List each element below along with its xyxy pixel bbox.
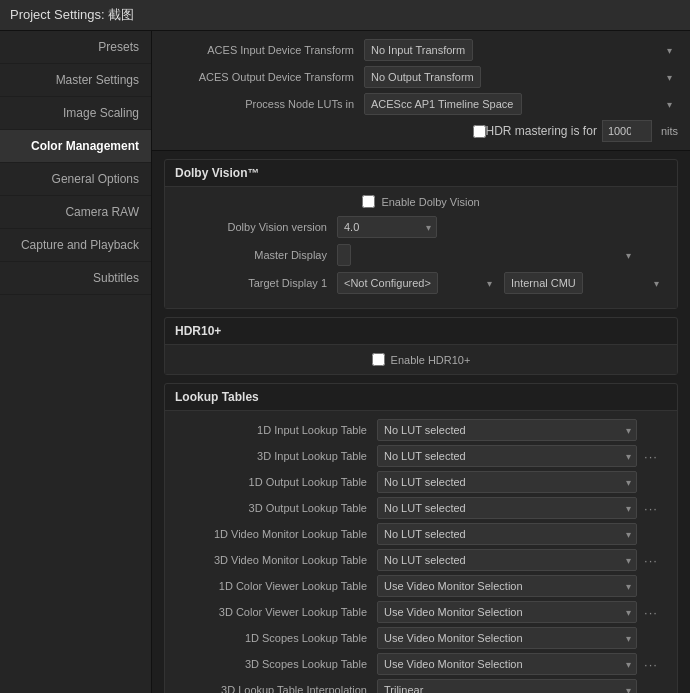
lut-dots-3d-scopes[interactable]: ··· [637, 657, 665, 672]
sidebar-item-image-scaling[interactable]: Image Scaling [0, 97, 151, 130]
dv-version-select[interactable]: 4.0 [337, 216, 437, 238]
sidebar-item-subtitles[interactable]: Subtitles [0, 262, 151, 295]
lut-row-3d-input: 3D Input Lookup Table No LUT selected ··… [177, 445, 665, 467]
lut-row-1d-video-monitor: 1D Video Monitor Lookup Table No LUT sel… [177, 523, 665, 545]
lut-label-1d-color-viewer: 1D Color Viewer Lookup Table [177, 580, 377, 592]
lut-select-3d-output[interactable]: No LUT selected [377, 497, 637, 519]
aces-output-select-wrapper: No Output Transform [364, 66, 678, 88]
interpolation-select-wrapper: Trilinear [377, 679, 637, 693]
process-node-select-wrapper: ACEScc AP1 Timeline Space [364, 93, 678, 115]
lut-select-3d-scopes[interactable]: Use Video Monitor Selection [377, 653, 637, 675]
aces-input-select[interactable]: No Input Transform [364, 39, 473, 61]
lut-label-1d-output: 1D Output Lookup Table [177, 476, 377, 488]
dv-target-display-row: Target Display 1 <Not Configured> Intern… [177, 272, 665, 294]
lut-row-3d-scopes: 3D Scopes Lookup Table Use Video Monitor… [177, 653, 665, 675]
dv-target-display-label: Target Display 1 [177, 277, 337, 289]
hdr-value-input[interactable] [602, 120, 652, 142]
sidebar-item-camera-raw[interactable]: Camera RAW [0, 196, 151, 229]
lut-row-1d-input: 1D Input Lookup Table No LUT selected [177, 419, 665, 441]
lut-label-1d-scopes: 1D Scopes Lookup Table [177, 632, 377, 644]
hdr10plus-section: HDR10+ Enable HDR10+ [164, 317, 678, 375]
dolby-enable-row: Enable Dolby Vision [177, 195, 665, 208]
hdr10plus-body: Enable HDR10+ [165, 344, 677, 374]
lut-select-3d-video-monitor[interactable]: No LUT selected [377, 549, 637, 571]
lut-select-3d-color-viewer[interactable]: Use Video Monitor Selection [377, 601, 637, 623]
lut-select-wrap-3d-output: No LUT selected [377, 497, 637, 519]
aces-output-row: ACES Output Device Transform No Output T… [164, 66, 678, 88]
lut-row-1d-output: 1D Output Lookup Table No LUT selected [177, 471, 665, 493]
lut-select-wrap-3d-color-viewer: Use Video Monitor Selection [377, 601, 637, 623]
interpolation-select[interactable]: Trilinear [377, 679, 637, 693]
hdr-row: HDR mastering is for nits [164, 120, 678, 142]
hdr10plus-title: HDR10+ [165, 318, 677, 344]
title-bar: Project Settings: 截图 [0, 0, 690, 31]
interpolation-label: 3D Lookup Table Interpolation [177, 684, 377, 693]
dolby-enable-checkbox[interactable] [362, 195, 375, 208]
hdr-label: HDR mastering is for [486, 124, 597, 138]
lut-select-1d-scopes[interactable]: Use Video Monitor Selection [377, 627, 637, 649]
dv-target-select1[interactable]: <Not Configured> [337, 272, 438, 294]
hdr10plus-enable-label: Enable HDR10+ [372, 353, 471, 366]
dv-master-display-label: Master Display [177, 249, 337, 261]
lut-row-3d-video-monitor: 3D Video Monitor Lookup Table No LUT sel… [177, 549, 665, 571]
sidebar-item-capture-playback[interactable]: Capture and Playback [0, 229, 151, 262]
interpolation-row: 3D Lookup Table Interpolation Trilinear [177, 679, 665, 693]
dv-target-select2[interactable]: Internal CMU [504, 272, 583, 294]
aces-section: ACES Input Device Transform No Input Tra… [152, 31, 690, 151]
content-area: ACES Input Device Transform No Input Tra… [152, 31, 690, 693]
lut-select-1d-video-monitor[interactable]: No LUT selected [377, 523, 637, 545]
aces-input-row: ACES Input Device Transform No Input Tra… [164, 39, 678, 61]
lut-row-3d-output: 3D Output Lookup Table No LUT selected ·… [177, 497, 665, 519]
lut-select-wrap-1d-input: No LUT selected [377, 419, 637, 441]
lut-label-3d-color-viewer: 3D Color Viewer Lookup Table [177, 606, 377, 618]
lut-dots-3d-output[interactable]: ··· [637, 501, 665, 516]
lut-select-wrap-1d-output: No LUT selected [377, 471, 637, 493]
lut-label-3d-output: 3D Output Lookup Table [177, 502, 377, 514]
aces-input-label: ACES Input Device Transform [164, 44, 364, 56]
dolby-enable-label: Enable Dolby Vision [362, 195, 479, 208]
lut-row-3d-color-viewer: 3D Color Viewer Lookup Table Use Video M… [177, 601, 665, 623]
lut-select-wrap-1d-video-monitor: No LUT selected [377, 523, 637, 545]
lut-label-1d-input: 1D Input Lookup Table [177, 424, 377, 436]
lut-dots-3d-color-viewer[interactable]: ··· [637, 605, 665, 620]
dv-target-select2-wrapper: Internal CMU [504, 272, 665, 294]
lookup-tables-title: Lookup Tables [165, 384, 677, 410]
process-node-row: Process Node LUTs in ACEScc AP1 Timeline… [164, 93, 678, 115]
dv-version-row: Dolby Vision version 4.0 ▾ [177, 216, 665, 238]
dv-version-label: Dolby Vision version [177, 221, 337, 233]
lut-select-1d-input[interactable]: No LUT selected [377, 419, 637, 441]
lut-select-1d-output[interactable]: No LUT selected [377, 471, 637, 493]
process-node-select[interactable]: ACEScc AP1 Timeline Space [364, 93, 522, 115]
sidebar-item-master-settings[interactable]: Master Settings [0, 64, 151, 97]
lut-label-3d-video-monitor: 3D Video Monitor Lookup Table [177, 554, 377, 566]
dolby-vision-body: Enable Dolby Vision Dolby Vision version… [165, 186, 677, 308]
lut-row-1d-color-viewer: 1D Color Viewer Lookup Table Use Video M… [177, 575, 665, 597]
aces-output-label: ACES Output Device Transform [164, 71, 364, 83]
hdr-checkbox[interactable] [473, 125, 486, 138]
lut-dots-3d-video-monitor[interactable]: ··· [637, 553, 665, 568]
lut-select-wrap-3d-scopes: Use Video Monitor Selection [377, 653, 637, 675]
aces-output-select[interactable]: No Output Transform [364, 66, 481, 88]
window-title: Project Settings: 截图 [10, 7, 134, 22]
hdr10plus-enable-checkbox[interactable] [372, 353, 385, 366]
dolby-vision-section: Dolby Vision™ Enable Dolby Vision Dolby … [164, 159, 678, 309]
main-layout: Presets Master Settings Image Scaling Co… [0, 31, 690, 693]
dv-master-display-select[interactable] [337, 244, 351, 266]
dv-target-select1-wrapper: <Not Configured> [337, 272, 498, 294]
lut-select-wrap-1d-scopes: Use Video Monitor Selection [377, 627, 637, 649]
sidebar-item-presets[interactable]: Presets [0, 31, 151, 64]
lut-label-3d-scopes: 3D Scopes Lookup Table [177, 658, 377, 670]
lut-select-3d-input[interactable]: No LUT selected [377, 445, 637, 467]
lut-row-1d-scopes: 1D Scopes Lookup Table Use Video Monitor… [177, 627, 665, 649]
sidebar-item-general-options[interactable]: General Options [0, 163, 151, 196]
sidebar-item-color-management[interactable]: Color Management [0, 130, 151, 163]
aces-input-select-wrapper: No Input Transform [364, 39, 678, 61]
dv-master-display-row: Master Display [177, 244, 665, 266]
lut-label-1d-video-monitor: 1D Video Monitor Lookup Table [177, 528, 377, 540]
lut-label-3d-input: 3D Input Lookup Table [177, 450, 377, 462]
process-node-label: Process Node LUTs in [164, 98, 364, 110]
lut-dots-3d-input[interactable]: ··· [637, 449, 665, 464]
lut-select-wrap-3d-video-monitor: No LUT selected [377, 549, 637, 571]
lookup-tables-section: Lookup Tables 1D Input Lookup Table No L… [164, 383, 678, 693]
lut-select-1d-color-viewer[interactable]: Use Video Monitor Selection [377, 575, 637, 597]
